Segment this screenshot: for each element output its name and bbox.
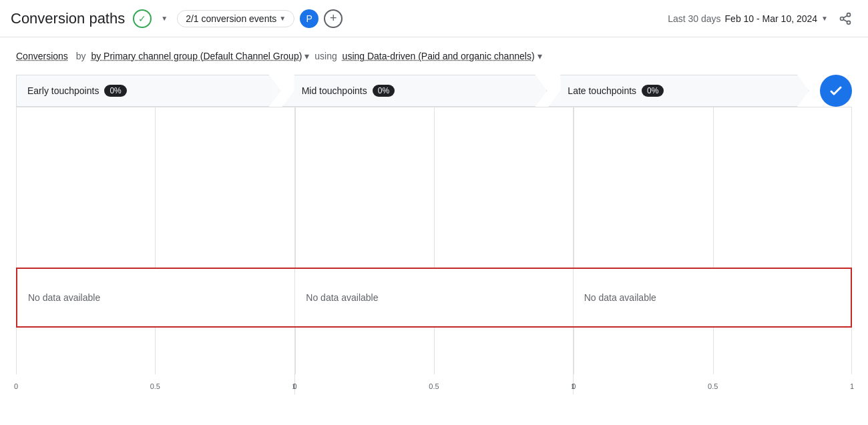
svg-point-0 xyxy=(847,13,851,16)
x-label-0: 0 xyxy=(14,382,18,390)
header: Conversion paths ✓ ▼ 2/1 conversion even… xyxy=(0,0,868,37)
early-pct-badge: 0% xyxy=(104,85,126,97)
check-icon xyxy=(828,83,844,99)
vgrid-05 xyxy=(434,107,435,374)
share-icon xyxy=(839,12,852,25)
mid-pct-badge: 0% xyxy=(373,85,395,97)
mid-touchpoint-label: Mid touchpoints xyxy=(302,85,367,96)
date-range-selector[interactable]: Last 30 days Feb 10 - Mar 10, 2024 ▼ xyxy=(668,13,828,24)
early-touchpoint-section: Early touchpoints 0% xyxy=(16,75,282,107)
mid-no-data: No data available xyxy=(295,269,573,326)
early-touchpoint-label: Early touchpoints xyxy=(27,85,99,96)
subtitle-by-label: by xyxy=(76,51,89,61)
chevron-down-icon: ▼ xyxy=(821,15,828,22)
vgrid-05 xyxy=(155,107,156,374)
late-touchpoint-label: Late touchpoints xyxy=(568,85,636,96)
mid-touchpoint-arrow: Mid touchpoints 0% xyxy=(282,75,548,107)
svg-line-3 xyxy=(843,19,847,21)
subtitle-using: using xyxy=(312,51,339,61)
attribution-link[interactable]: using Data-driven (Paid and organic chan… xyxy=(343,51,535,61)
date-range-prefix: Last 30 days xyxy=(668,13,720,24)
no-data-container: No data available No data available No d… xyxy=(16,268,852,328)
svg-point-2 xyxy=(847,21,851,24)
x-label-05: 0.5 xyxy=(150,382,160,390)
main-content: Conversions by by Primary channel group … xyxy=(0,37,868,407)
conversion-events-button[interactable]: 2/1 conversion events ▼ xyxy=(177,10,294,27)
vgrid-0 xyxy=(574,107,574,374)
mid-touchpoint-section: Mid touchpoints 0% xyxy=(282,75,549,107)
svg-point-1 xyxy=(841,17,844,20)
subtitle-row: Conversions by by Primary channel group … xyxy=(16,51,852,61)
mid-chart: 0 0.5 1 xyxy=(295,107,574,394)
x-label-05: 0.5 xyxy=(708,382,718,390)
svg-line-4 xyxy=(843,15,847,17)
conversion-check-icon xyxy=(820,75,852,107)
share-button[interactable] xyxy=(833,7,857,31)
late-touchpoint-section: Late touchpoints 0% xyxy=(548,75,815,107)
add-button[interactable]: + xyxy=(324,9,343,28)
chevron-down-icon: ▼ xyxy=(161,15,168,22)
early-chart: 0 0.5 1 xyxy=(16,107,295,394)
subtitle-dropdown-2[interactable]: ▾ xyxy=(537,51,542,61)
late-pct-badge: 0% xyxy=(642,85,664,97)
status-dropdown-button[interactable]: ▼ xyxy=(157,12,172,25)
early-no-data: No data available xyxy=(17,269,295,326)
early-touchpoint-arrow: Early touchpoints 0% xyxy=(16,75,281,107)
date-range-value: Feb 10 - Mar 10, 2024 xyxy=(725,13,818,24)
touchpoints-header: Early touchpoints 0% Mid touchpoints 0% … xyxy=(16,75,852,107)
late-touchpoint-arrow: Late touchpoints 0% xyxy=(548,75,809,107)
vgrid-05 xyxy=(713,107,714,374)
x-label-0: 0 xyxy=(572,382,576,390)
vgrid-0 xyxy=(295,107,296,374)
conversion-events-label: 2/1 conversion events xyxy=(186,13,276,24)
late-chart: 0 0.5 1 xyxy=(574,107,852,394)
charts-container: 0 0.5 1 0 0.5 1 0 0.5 1 xyxy=(16,107,852,394)
vgrid-1 xyxy=(851,107,852,374)
avatar: P xyxy=(300,9,318,28)
x-label-1: 1 xyxy=(850,382,854,390)
x-label-0: 0 xyxy=(293,382,297,390)
late-no-data: No data available xyxy=(574,269,851,326)
chevron-down-icon: ▼ xyxy=(279,15,286,22)
x-label-05: 0.5 xyxy=(429,382,439,390)
subtitle-by xyxy=(71,51,73,61)
primary-channel-link[interactable]: by Primary channel group (Default Channe… xyxy=(91,51,302,61)
page-title: Conversion paths xyxy=(11,10,125,27)
subtitle-dropdown-1[interactable]: ▾ xyxy=(304,51,309,61)
conversions-link[interactable]: Conversions xyxy=(16,51,68,61)
status-badge: ✓ xyxy=(133,9,152,28)
charts-area: 0 0.5 1 0 0.5 1 0 0.5 1 xyxy=(16,107,852,394)
vgrid-0 xyxy=(16,107,17,374)
